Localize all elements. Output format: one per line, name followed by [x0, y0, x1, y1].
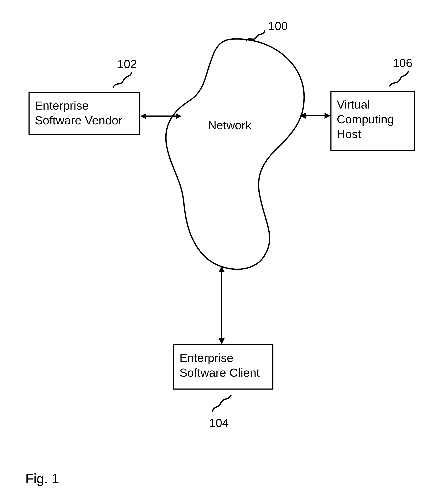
- host-box: Virtual Computing Host: [330, 91, 415, 151]
- ref-label-cloud: 100: [268, 19, 288, 33]
- arrow-vendor-network: [140, 110, 182, 122]
- svg-marker-4: [300, 113, 306, 119]
- vendor-text: Enterprise Software Vendor: [35, 98, 134, 128]
- ref-label-client: 104: [209, 416, 229, 430]
- ref-label-vendor: 102: [117, 57, 137, 71]
- svg-marker-8: [219, 338, 225, 344]
- vendor-box: Enterprise Software Vendor: [28, 92, 140, 135]
- arrow-client-network: [215, 266, 228, 344]
- svg-marker-1: [140, 113, 146, 119]
- arrow-host-network: [300, 109, 330, 122]
- host-text: Virtual Computing Host: [337, 97, 409, 142]
- ref-label-host: 106: [393, 56, 412, 70]
- ref-squiggle-client: [209, 392, 234, 415]
- client-text: Enterprise Software Client: [180, 351, 267, 380]
- svg-marker-5: [325, 113, 330, 119]
- client-box: Enterprise Software Client: [173, 344, 273, 390]
- svg-marker-7: [219, 266, 225, 272]
- network-cloud: [141, 33, 323, 273]
- figure-label: Fig. 1: [25, 471, 59, 486]
- network-label: Network: [208, 118, 251, 132]
- ref-squiggle-cloud: [243, 25, 268, 44]
- svg-marker-2: [176, 113, 182, 119]
